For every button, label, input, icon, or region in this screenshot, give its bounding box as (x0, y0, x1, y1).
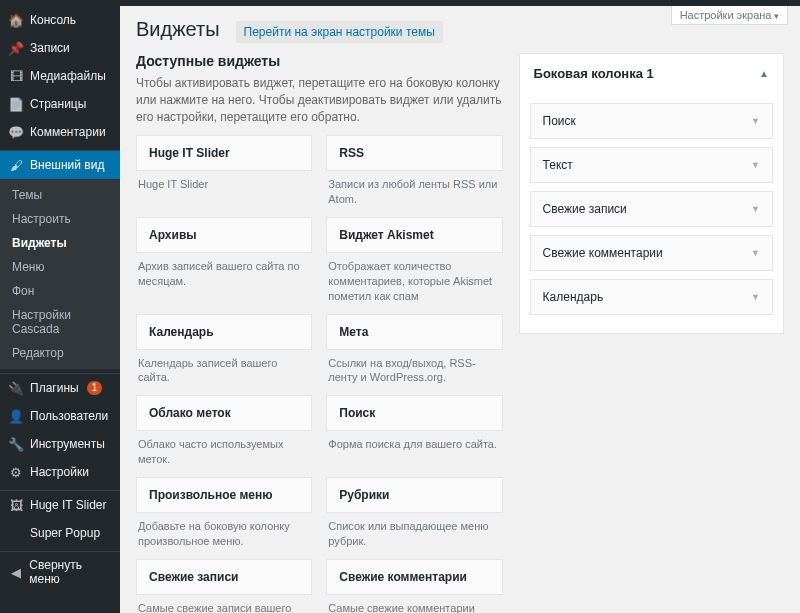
widget-areas: Боковая колонка 1▲Поиск▼Текст▼Свежие зап… (519, 53, 784, 334)
menu-icon: 📄 (8, 96, 24, 112)
sidebar-item[interactable]: 👤Пользователи (0, 402, 120, 430)
chevron-down-icon: ▼ (751, 204, 760, 214)
chevron-down-icon: ▼ (751, 116, 760, 126)
menu-icon (8, 525, 24, 541)
menu-icon: 📌 (8, 40, 24, 56)
sidebar-item[interactable]: 🔧Инструменты (0, 430, 120, 458)
collapse-icon: ◀ (8, 564, 23, 580)
screen-options-tab[interactable]: Настройки экрана (671, 6, 788, 25)
placed-widget-title: Свежие записи (543, 202, 627, 216)
widget-desc: Самые свежие записи вашего сайта. (136, 595, 312, 613)
available-widget[interactable]: Виджет Akismet (326, 217, 502, 253)
widget-desc: Облако часто используемых меток. (136, 431, 312, 467)
sidebar-item-label: Инструменты (30, 437, 105, 451)
placed-widget[interactable]: Календарь▼ (530, 279, 773, 315)
widget-area: Боковая колонка 1▲Поиск▼Текст▼Свежие зап… (519, 53, 784, 334)
submenu-item[interactable]: Настройки Cascada (0, 303, 120, 341)
submenu-item[interactable]: Фон (0, 279, 120, 303)
submenu-item[interactable]: Редактор (0, 341, 120, 365)
sidebar-item-label: Консоль (30, 13, 76, 27)
menu-icon: 🏠 (8, 12, 24, 28)
submenu-item[interactable]: Меню (0, 255, 120, 279)
chevron-down-icon: ▼ (751, 160, 760, 170)
available-widget[interactable]: Поиск (326, 395, 502, 431)
menu-icon: 👤 (8, 408, 24, 424)
widget-desc: Добавьте на боковую колонку произвольное… (136, 513, 312, 549)
admin-sidebar: 🏠Консоль📌Записи🎞Медиафайлы📄Страницы💬Комм… (0, 0, 120, 613)
widget-desc: Архив записей вашего сайта по месяцам. (136, 253, 312, 289)
submenu-item[interactable]: Темы (0, 183, 120, 207)
available-widget[interactable]: Календарь (136, 314, 312, 350)
menu-icon: 💬 (8, 124, 24, 140)
widget-desc: Отображает количество комментариев, кото… (326, 253, 502, 304)
widget-area-header[interactable]: Боковая колонка 1▲ (520, 54, 783, 93)
menu-icon: 🔧 (8, 436, 24, 452)
sidebar-item[interactable]: 🏠Консоль (0, 6, 120, 34)
sidebar-item[interactable]: 📄Страницы (0, 90, 120, 118)
sidebar-item-label: Свернуть меню (29, 558, 112, 586)
update-badge: 1 (87, 381, 103, 395)
submenu-item[interactable]: Виджеты (0, 231, 120, 255)
sidebar-item-label: Страницы (30, 97, 86, 111)
sidebar-item-label: Комментарии (30, 125, 106, 139)
widget-desc: Список или выпадающее меню рубрик. (326, 513, 502, 549)
sidebar-item[interactable]: 🎞Медиафайлы (0, 62, 120, 90)
sidebar-item[interactable]: 📌Записи (0, 34, 120, 62)
sidebar-item-label: Плагины (30, 381, 79, 395)
sidebar-item[interactable]: 💬Комментарии (0, 118, 120, 146)
menu-icon: 🎞 (8, 68, 24, 84)
sidebar-item-label: Записи (30, 41, 70, 55)
sidebar-item-label: Super Popup (30, 526, 100, 540)
sidebar-item-appearance[interactable]: 🖌 Внешний вид (0, 151, 120, 179)
available-widget[interactable]: RSS (326, 135, 502, 171)
chevron-down-icon: ▼ (751, 248, 760, 258)
available-widget[interactable]: Архивы (136, 217, 312, 253)
chevron-down-icon: ▼ (751, 292, 760, 302)
placed-widget-title: Свежие комментарии (543, 246, 663, 260)
sidebar-item-label: Huge IT Slider (30, 498, 106, 512)
placed-widget-title: Календарь (543, 290, 604, 304)
placed-widget[interactable]: Свежие комментарии▼ (530, 235, 773, 271)
widget-desc: Записи из любой ленты RSS или Atom. (326, 171, 502, 207)
menu-icon: ⚙ (8, 464, 24, 480)
widget-area-title: Боковая колонка 1 (534, 66, 654, 81)
available-widget[interactable]: Мета (326, 314, 502, 350)
placed-widget[interactable]: Свежие записи▼ (530, 191, 773, 227)
sidebar-item-label: Внешний вид (30, 158, 104, 172)
available-title: Доступные виджеты (136, 53, 503, 69)
sidebar-item-label: Медиафайлы (30, 69, 106, 83)
widget-desc: Ссылки на вход/выход, RSS-ленту и WordPr… (326, 350, 502, 386)
sidebar-item-label: Настройки (30, 465, 89, 479)
sidebar-item[interactable]: 🖼Huge IT Slider (0, 491, 120, 519)
main-content: Виджеты Перейти на экран настройки темы … (120, 0, 800, 613)
widget-desc: Huge IT Slider (136, 171, 312, 192)
available-widget[interactable]: Свежие комментарии (326, 559, 502, 595)
widget-desc: Форма поиска для вашего сайта. (326, 431, 502, 452)
widget-desc: Самые свежие комментарии вашего сайта. (326, 595, 502, 613)
available-widget[interactable]: Произвольное меню (136, 477, 312, 513)
chevron-up-icon: ▲ (759, 68, 769, 79)
submenu-appearance: ТемыНастроитьВиджетыМенюФонНастройки Cas… (0, 179, 120, 369)
collapse-menu-button[interactable]: ◀ Свернуть меню (0, 552, 120, 592)
placed-widget-title: Текст (543, 158, 573, 172)
menu-icon: 🔌 (8, 380, 24, 396)
brush-icon: 🖌 (8, 157, 24, 173)
customizer-link[interactable]: Перейти на экран настройки темы (236, 21, 443, 43)
available-widget[interactable]: Облако меток (136, 395, 312, 431)
placed-widget[interactable]: Поиск▼ (530, 103, 773, 139)
sidebar-item[interactable]: ⚙Настройки (0, 458, 120, 486)
sidebar-item-label: Пользователи (30, 409, 108, 423)
page-title: Виджеты (136, 18, 220, 41)
sidebar-item[interactable]: 🔌Плагины1 (0, 374, 120, 402)
available-widget[interactable]: Huge IT Slider (136, 135, 312, 171)
submenu-item[interactable]: Настроить (0, 207, 120, 231)
placed-widget[interactable]: Текст▼ (530, 147, 773, 183)
widget-desc: Календарь записей вашего сайта. (136, 350, 312, 386)
admin-topbar (0, 0, 800, 6)
available-widget[interactable]: Свежие записи (136, 559, 312, 595)
available-desc: Чтобы активировать виджет, перетащите ег… (136, 75, 503, 125)
sidebar-item[interactable]: Super Popup (0, 519, 120, 547)
available-widgets: Доступные виджеты Чтобы активировать вид… (136, 53, 503, 613)
available-widget[interactable]: Рубрики (326, 477, 502, 513)
menu-icon: 🖼 (8, 497, 24, 513)
